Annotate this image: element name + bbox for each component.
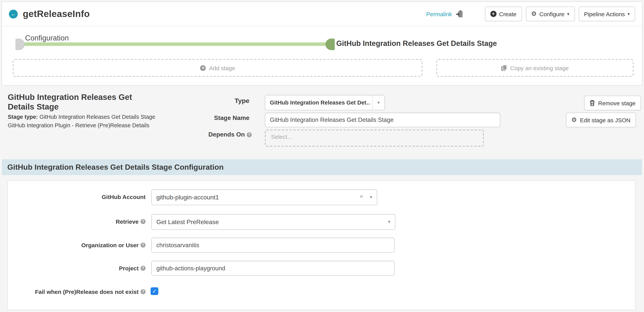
type-label-row: Type — [170, 97, 250, 105]
project-label: Project — [119, 265, 138, 272]
gear-icon: ⚙ — [572, 117, 577, 123]
stage-type-select-value: GitHub Integration Releases Get Det… — [270, 95, 370, 110]
help-icon[interactable]: ? — [140, 266, 146, 271]
configure-button[interactable]: ⚙ Configure ▾ — [526, 6, 575, 21]
organization-label: Organization or User — [81, 242, 138, 248]
copy-stage-label: Copy an existing stage — [510, 65, 569, 71]
github-account-label-row: GitHub Account — [8, 194, 146, 200]
project-input[interactable] — [151, 261, 394, 276]
pipeline-header-card: ← getReleaseInfo Permalink + Create ⚙ Co… — [2, 1, 642, 86]
stage-description: GitHub Integration Plugin - Retrieve (Pr… — [8, 122, 149, 128]
plus-circle-icon: + — [200, 65, 206, 71]
stage-heading: GitHub Integration Releases Get Details … — [8, 92, 151, 111]
copy-icon — [501, 65, 507, 71]
stage-configuration-heading: GitHub Integration Releases Get Details … — [7, 163, 224, 172]
back-button[interactable]: ← — [9, 9, 18, 18]
chevron-down-icon: ▾ — [388, 219, 390, 224]
retrieve-label-row: Retrieve ? — [8, 218, 146, 225]
select-arrow-zone[interactable]: ▾ — [372, 95, 384, 110]
chevron-down-icon: ▾ — [370, 195, 372, 199]
chevron-down-icon: ▾ — [378, 100, 380, 105]
graph-stage-label[interactable]: GitHub Integration Releases Get Details … — [336, 39, 497, 48]
graph-configuration-label[interactable]: Configuration — [25, 34, 69, 42]
page-title: getReleaseInfo — [23, 8, 90, 19]
stage-type-value: GitHub Integration Releases Get Details … — [40, 114, 155, 120]
github-account-label: GitHub Account — [102, 194, 146, 200]
edit-json-label: Edit stage as JSON — [580, 117, 630, 123]
pipeline-graph: Configuration GitHub Integration Release… — [2, 26, 642, 59]
stage-configuration-banner: GitHub Integration Releases Get Details … — [2, 159, 642, 175]
stage-name-label-row: Stage Name — [170, 115, 250, 121]
help-icon[interactable]: ? — [140, 219, 146, 224]
depends-on-select[interactable]: Select... — [265, 130, 484, 147]
depends-on-placeholder: Select... — [271, 133, 483, 140]
graph-node-configuration[interactable] — [16, 38, 25, 50]
pipeline-actions-label: Pipeline Actions — [584, 10, 625, 17]
trash-icon — [590, 100, 595, 106]
github-account-select[interactable]: github-plugin-account1 × ▾ — [151, 189, 377, 205]
type-label: Type — [234, 97, 250, 105]
retrieve-select[interactable]: Get Latest PreRelease ▾ — [151, 214, 395, 230]
remove-stage-button[interactable]: Remove stage — [584, 96, 641, 110]
chevron-down-icon: ▾ — [628, 12, 630, 16]
depends-on-label: Depends On — [208, 131, 245, 138]
add-stage-label: Add stage — [209, 65, 235, 71]
arrow-left-icon: ← — [10, 11, 16, 17]
copy-to-clipboard-icon[interactable] — [456, 10, 463, 18]
fail-flag-label-row: Fail when (Pre)Release does not exist ? — [8, 289, 146, 295]
create-button-label: Create — [499, 10, 516, 17]
stage-actions-row: + Add stage Copy an existing stage — [13, 59, 634, 77]
plus-circle-icon: + — [490, 11, 496, 17]
project-label-row: Project ? — [8, 265, 146, 272]
retrieve-value: Get Latest PreRelease — [156, 214, 219, 230]
chevron-down-icon: ▾ — [567, 12, 569, 16]
graph-edge — [24, 42, 326, 46]
fail-flag-label: Fail when (Pre)Release does not exist — [35, 289, 138, 295]
page: ← getReleaseInfo Permalink + Create ⚙ Co… — [0, 0, 644, 312]
stage-configuration-card: GitHub Account github-plugin-account1 × … — [7, 181, 636, 310]
graph-node-stage[interactable] — [326, 38, 335, 50]
help-icon[interactable]: ? — [140, 289, 146, 294]
gear-icon: ⚙ — [531, 11, 537, 17]
depends-on-label-row: Depends On ? — [166, 131, 252, 138]
pipeline-actions-button[interactable]: Pipeline Actions ▾ — [578, 6, 635, 21]
remove-stage-label: Remove stage — [598, 100, 636, 106]
add-stage-button[interactable]: + Add stage — [13, 59, 422, 77]
help-icon[interactable]: ? — [247, 132, 252, 137]
organization-input[interactable] — [151, 238, 394, 253]
configure-button-label: Configure — [539, 10, 564, 17]
permalink-link[interactable]: Permalink — [426, 10, 452, 17]
pipeline-header: ← getReleaseInfo Permalink + Create ⚙ Co… — [2, 2, 642, 26]
clear-icon[interactable]: × — [360, 193, 363, 201]
copy-existing-stage-button[interactable]: Copy an existing stage — [436, 59, 634, 77]
stage-type-label: Stage type: — [8, 114, 38, 120]
check-icon: ✓ — [152, 289, 156, 294]
organization-label-row: Organization or User ? — [8, 242, 146, 248]
retrieve-label: Retrieve — [116, 218, 138, 225]
github-account-value: github-plugin-account1 — [156, 190, 219, 205]
stage-name-label: Stage Name — [214, 115, 250, 121]
fail-flag-checkbox[interactable]: ✓ — [150, 287, 158, 295]
stage-type-line: Stage type: GitHub Integration Releases … — [8, 114, 155, 120]
edit-stage-as-json-button[interactable]: ⚙ Edit stage as JSON — [566, 113, 636, 127]
help-icon[interactable]: ? — [140, 243, 146, 248]
stage-type-select[interactable]: GitHub Integration Releases Get Det… ▾ — [265, 95, 385, 110]
stage-name-input[interactable] — [265, 113, 500, 127]
create-button[interactable]: + Create — [485, 6, 522, 21]
